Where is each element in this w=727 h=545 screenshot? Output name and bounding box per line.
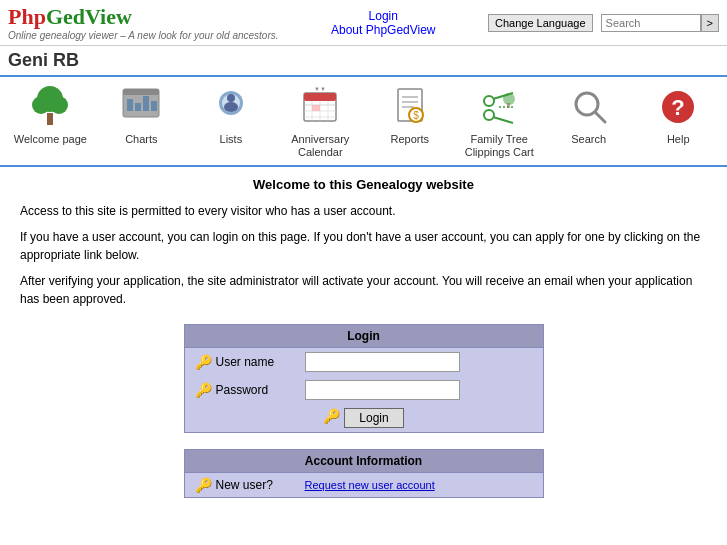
svg-rect-6 [127,99,133,111]
nav-anniversary-label: Anniversary Calendar [291,133,349,159]
nav-reports-label: Reports [391,133,430,146]
lists-icon [207,83,255,131]
nav-lists[interactable]: Lists [196,83,266,146]
familytree-icon [475,83,523,131]
nav-welcome-label: Welcome page [14,133,87,146]
nav-search-label: Search [571,133,606,146]
svg-rect-5 [123,89,159,95]
password-label: Password [216,383,269,397]
main-content: Welcome to this Genealogy website Access… [0,167,727,524]
charts-icon [117,83,165,131]
key2-icon: 🔑 [195,382,212,398]
nav-familytree[interactable]: Family Tree Clippings Cart [464,83,534,159]
nav-familytree-label: Family Tree Clippings Cart [465,133,534,159]
logo-php: Php [8,4,46,29]
nav-charts[interactable]: Charts [106,83,176,146]
new-account-row: 🔑 New user? Request new user account [185,473,543,497]
key-icon: 🔑 [195,354,212,370]
username-input[interactable] [305,352,460,372]
svg-rect-15 [304,93,336,101]
account-box-title: Account Information [185,450,543,473]
svg-point-30 [484,96,494,106]
para1: Access to this site is permitted to ever… [20,202,707,220]
nav-lists-label: Lists [220,133,243,146]
svg-rect-3 [47,113,53,125]
username-label: User name [216,355,275,369]
svg-text:▼▼: ▼▼ [314,86,326,92]
help-icon: ? [654,83,702,131]
username-row: 🔑 User name [185,348,543,376]
navbar: Welcome page Charts Lists [0,77,727,167]
password-row: 🔑 Password [185,376,543,404]
nav-anniversary[interactable]: ▼▼ Anniversary Calendar [285,83,355,159]
search-button[interactable]: > [701,14,719,32]
search-box: > [601,14,719,32]
acct-key-icon: 🔑 [195,477,212,493]
svg-rect-8 [143,96,149,111]
password-label-area: 🔑 Password [195,382,305,398]
svg-rect-7 [135,103,141,111]
anniversary-icon: ▼▼ [296,83,344,131]
login-box: Login 🔑 User name 🔑 Password 🔑 Login [184,324,544,433]
lang-area: Change Language [488,14,593,32]
svg-point-12 [227,94,235,102]
search-nav-icon [565,83,613,131]
header: PhpGedView Online genealogy viewer – A n… [0,0,727,46]
svg-line-38 [595,112,605,122]
svg-point-1 [32,96,50,114]
header-middle: Login About PhpGedView [279,9,489,37]
svg-point-31 [484,110,494,120]
site-title: Geni RB [0,46,727,77]
reports-icon: $ [386,83,434,131]
svg-line-33 [493,117,513,123]
nav-help-label: Help [667,133,690,146]
para2: If you have a user account, you can logi… [20,228,707,264]
account-box: Account Information 🔑 New user? Request … [184,449,544,498]
username-label-area: 🔑 User name [195,354,305,370]
logo-title: PhpGedView [8,4,279,30]
new-account-link[interactable]: Request new user account [305,479,435,491]
nav-charts-label: Charts [125,133,157,146]
change-language-button[interactable]: Change Language [488,14,593,32]
svg-text:$: $ [413,110,419,121]
svg-text:?: ? [671,95,684,120]
login-btn-row: 🔑 Login [185,404,543,432]
password-input[interactable] [305,380,460,400]
nav-welcome[interactable]: Welcome page [14,83,87,146]
about-link[interactable]: About PhpGedView [279,23,489,37]
new-account-label-area: 🔑 New user? [195,477,305,493]
nav-reports[interactable]: $ Reports [375,83,445,146]
welcome-heading: Welcome to this Genealogy website [20,177,707,192]
logo-area: PhpGedView Online genealogy viewer – A n… [8,4,279,41]
header-right: Change Language > [488,14,719,32]
search-input[interactable] [601,14,701,32]
password-input-area [305,380,460,400]
login-box-title: Login [185,325,543,348]
login-link[interactable]: Login [279,9,489,23]
welcome-icon [26,83,74,131]
new-account-label: New user? [216,478,273,492]
svg-rect-9 [151,101,157,111]
logo-view: View [85,4,132,29]
nav-search[interactable]: Search [554,83,624,146]
svg-point-2 [50,96,68,114]
logo-ged: Ged [46,4,85,29]
para3: After verifying your application, the si… [20,272,707,308]
username-input-area [305,352,460,372]
login-key-icon: 🔑 [323,408,340,428]
svg-point-13 [224,102,238,112]
svg-rect-23 [312,105,320,111]
nav-help[interactable]: ? Help [643,83,713,146]
svg-rect-36 [507,103,510,108]
logo-subtitle: Online genealogy viewer – A new look for… [8,30,279,41]
login-button[interactable]: Login [344,408,403,428]
